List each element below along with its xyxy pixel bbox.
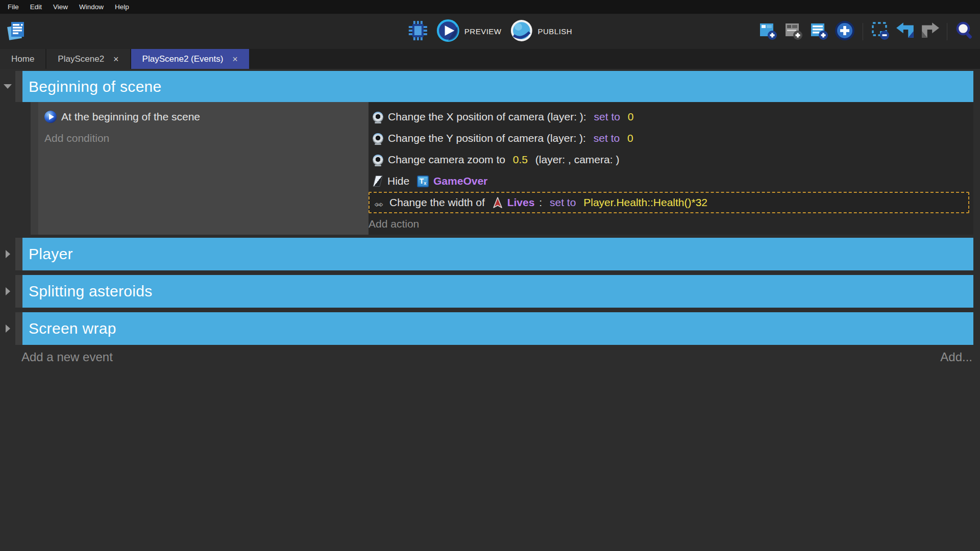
add-new-event-button[interactable]: Add a new event — [21, 350, 113, 364]
menu-item-window[interactable]: Window — [74, 0, 109, 14]
condition-item[interactable]: At the beginning of the scene — [44, 106, 369, 128]
new-event-icon — [757, 20, 778, 42]
add-event-shortcut-button[interactable]: Add... — [940, 350, 972, 364]
delete-selection-button[interactable] — [870, 19, 891, 44]
action-item-selected[interactable]: ↔Change the width of Lives: set to Playe… — [369, 192, 969, 213]
collapse-toggle[interactable] — [0, 312, 15, 345]
add-circle-icon — [834, 20, 855, 43]
undo-icon — [896, 22, 915, 41]
group-bar[interactable]: Player — [22, 238, 973, 270]
menu-item-edit[interactable]: Edit — [24, 0, 47, 14]
undo-button[interactable] — [896, 19, 915, 44]
action-text: Change the Y position of camera (layer: … — [388, 132, 589, 144]
caret-right-icon — [6, 287, 10, 295]
event-group-beginning-of-scene: Beginning of scene At the beginning of t… — [0, 71, 980, 235]
project-manager-icon — [5, 19, 27, 43]
menu-item-file[interactable]: File — [2, 0, 24, 14]
tab-home[interactable]: Home — [0, 49, 45, 69]
action-text: Change camera zoom to — [388, 154, 508, 166]
add-event-button[interactable] — [757, 19, 778, 44]
publish-globe-icon — [509, 19, 533, 44]
action-text: 0 — [624, 132, 633, 144]
event-indent — [0, 102, 31, 235]
event-drag-handle[interactable] — [15, 312, 22, 345]
action-text: (layer: , camera: ) — [532, 154, 619, 166]
action-text: set to — [594, 132, 620, 144]
group-title: Screen wrap — [29, 320, 116, 337]
camera-icon — [373, 112, 383, 122]
visibility-icon — [373, 176, 382, 187]
collapse-toggle[interactable] — [0, 71, 15, 102]
choose-and-add-event-button[interactable] — [834, 19, 855, 44]
caret-down-icon — [4, 84, 12, 89]
preview-button[interactable]: PREVIEW — [436, 19, 502, 44]
events-sheet: Beginning of scene At the beginning of t… — [0, 69, 980, 364]
preview-play-icon — [436, 19, 460, 44]
group-bar[interactable]: Beginning of scene — [22, 71, 973, 102]
publish-label: PUBLISH — [537, 27, 572, 36]
redo-button[interactable] — [920, 19, 940, 44]
group-bar[interactable]: Splitting asteroids — [22, 275, 973, 308]
tab-label: PlayScene2 (Events) — [142, 54, 224, 64]
action-text: set to — [550, 196, 576, 209]
action-item[interactable]: Hide GameOver — [369, 170, 973, 192]
ship-object-icon — [493, 197, 503, 209]
action-text: 0.5 — [513, 154, 528, 166]
action-text: set to — [594, 111, 620, 123]
action-item[interactable]: Change camera zoom to 0.5 (layer: , came… — [369, 149, 973, 170]
action-item[interactable]: Change the Y position of camera (layer: … — [369, 128, 973, 149]
resize-width-icon: ↔ — [373, 196, 385, 209]
main-toolbar: PREVIEW PUBLISH — [0, 14, 980, 49]
add-comment-button[interactable] — [783, 19, 803, 44]
action-text: Hide — [387, 175, 412, 187]
add-action-button[interactable]: Add action — [369, 213, 973, 235]
action-item[interactable]: Change the X position of camera (layer: … — [369, 106, 973, 128]
tab-playscene2[interactable]: PlayScene2× — [46, 49, 130, 69]
standard-event: At the beginning of the scene Add condit… — [0, 102, 973, 235]
text-object-icon — [417, 176, 429, 187]
collapse-toggle[interactable] — [0, 275, 15, 308]
event-group-header[interactable]: Beginning of scene — [0, 71, 980, 102]
preview-label: PREVIEW — [464, 27, 502, 36]
search-button[interactable] — [954, 19, 975, 44]
menu-item-help[interactable]: Help — [109, 0, 135, 14]
action-text: Change the width of — [389, 196, 488, 209]
publish-button[interactable]: PUBLISH — [509, 19, 572, 44]
condition-text: At the beginning of the scene — [61, 111, 200, 123]
menu-item-view[interactable]: View — [47, 0, 74, 14]
action-text: Lives — [507, 196, 535, 209]
event-drag-handle[interactable] — [15, 275, 22, 308]
action-list: Change the X position of camera (layer: … — [369, 106, 973, 213]
collapsed-groups: PlayerSplitting asteroidsScreen wrap — [0, 238, 980, 345]
tab-close-icon[interactable]: × — [232, 55, 238, 64]
condition-list: At the beginning of the scene — [44, 106, 369, 128]
event-drag-handle[interactable] — [31, 102, 38, 235]
comment-icon — [783, 20, 803, 42]
tab-playscene2-events[interactable]: PlayScene2 (Events)× — [131, 49, 249, 69]
group-title: Player — [29, 245, 73, 263]
group-bar[interactable]: Screen wrap — [22, 312, 973, 345]
collapse-toggle[interactable] — [0, 238, 15, 270]
tab-close-icon[interactable]: × — [113, 55, 119, 64]
add-other-events-button[interactable] — [808, 19, 829, 44]
camera-icon — [373, 133, 383, 144]
add-condition-button[interactable]: Add condition — [44, 128, 369, 149]
caret-right-icon — [6, 250, 10, 258]
search-icon — [954, 20, 975, 42]
menu-bar: FileEditViewWindowHelp — [0, 0, 980, 14]
events-footer: Add a new event Add... — [21, 350, 972, 364]
project-manager-button[interactable] — [4, 19, 28, 43]
event-group-splitting-asteroids[interactable]: Splitting asteroids — [0, 275, 980, 308]
tab-label: PlayScene2 — [58, 54, 104, 64]
event-drag-handle[interactable] — [15, 238, 22, 270]
caret-right-icon — [6, 324, 10, 333]
event-group-player[interactable]: Player — [0, 238, 980, 270]
event-group-screen-wrap[interactable]: Screen wrap — [0, 312, 980, 345]
toolbar-separator — [947, 23, 947, 40]
event-drag-handle[interactable] — [15, 71, 22, 102]
group-title: Beginning of scene — [29, 78, 162, 95]
delete-selection-icon — [870, 20, 891, 42]
conditions-column: At the beginning of the scene Add condit… — [38, 102, 369, 235]
debugger-button[interactable] — [408, 19, 428, 44]
tab-bar: HomePlayScene2×PlayScene2 (Events)× — [0, 49, 980, 69]
